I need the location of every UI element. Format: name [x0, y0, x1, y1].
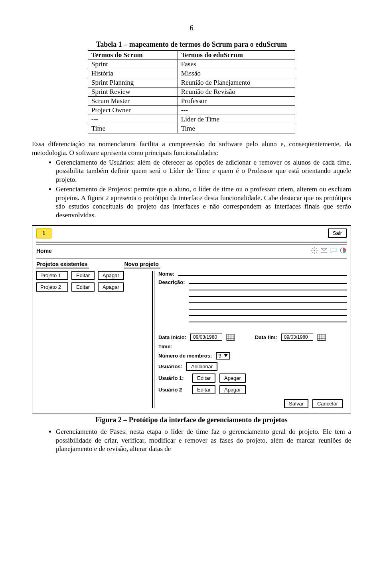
- edit-project-button[interactable]: Editar: [71, 282, 95, 292]
- mail-icon[interactable]: [320, 247, 328, 255]
- calendar-icon[interactable]: [226, 334, 235, 341]
- usuarios-label: Usuários:: [158, 364, 182, 369]
- descricao-input[interactable]: [189, 279, 347, 324]
- cell: Scrum Master: [88, 97, 178, 106]
- cell: Time: [178, 124, 295, 133]
- left-section-title: Projetos existentes: [36, 261, 89, 268]
- delete-project-button[interactable]: Apagar: [98, 282, 124, 292]
- save-button[interactable]: Salvar: [284, 399, 308, 408]
- svg-rect-11: [227, 334, 235, 341]
- sair-button[interactable]: Sair: [328, 228, 347, 238]
- gear-icon[interactable]: [311, 247, 318, 255]
- bullet-fases: Gerenciamento de Fases: nesta etapa o lí…: [56, 427, 351, 453]
- cell: Project Owner: [88, 106, 178, 115]
- num-membros-value: 3: [218, 353, 221, 359]
- delete-project-button[interactable]: Apagar: [98, 271, 124, 280]
- chevron-down-icon: [224, 354, 228, 357]
- cell: ---: [178, 106, 295, 115]
- page-number: 6: [32, 24, 351, 32]
- num-membros-label: Número de membros:: [158, 353, 212, 359]
- cell: ---: [88, 115, 178, 124]
- cell: Líder de Time: [178, 115, 295, 124]
- user-label: Usuário 1:: [158, 375, 188, 381]
- th-eduscrum: Termos do eduScrum: [178, 51, 295, 60]
- svg-point-0: [314, 250, 316, 252]
- chart-icon[interactable]: [340, 247, 347, 255]
- nome-label: Nome:: [158, 271, 174, 277]
- cell: Professor: [178, 97, 295, 106]
- data-fim-label: Data fim:: [255, 334, 277, 340]
- project-name: Projeto 2: [36, 282, 68, 292]
- cell: Sprint: [88, 60, 178, 69]
- descricao-label: Descrição:: [158, 279, 185, 285]
- cell: Sprint Review: [88, 87, 178, 97]
- cancel-button[interactable]: Cancelar: [312, 399, 343, 408]
- edit-project-button[interactable]: Editar: [71, 271, 95, 280]
- cell: Time: [88, 124, 178, 133]
- svg-line-6: [316, 252, 317, 253]
- data-inicio-input[interactable]: 09/03/1980: [190, 334, 222, 341]
- right-section-title: Novo projeto: [124, 261, 160, 268]
- calendar-icon[interactable]: [317, 334, 326, 341]
- intro-paragraph: Essa diferenciação na nomenclatura facil…: [32, 140, 351, 157]
- th-scrum: Termos do Scrum: [88, 51, 178, 60]
- add-user-button[interactable]: Adicionar: [186, 362, 217, 371]
- svg-rect-17: [318, 334, 326, 341]
- bullet-usuarios: Gerenciamento de Usuários: além de ofere…: [56, 158, 351, 184]
- project-name: Projeto 1: [36, 271, 68, 280]
- bullet-projetos: Gerenciamento de Projetos: permite que o…: [56, 185, 351, 220]
- table-caption: Tabela 1 – mapeamento de termos do Scrum…: [32, 40, 351, 49]
- delete-user-button[interactable]: Apagar: [219, 385, 246, 394]
- edit-user-button[interactable]: Editar: [192, 385, 215, 394]
- cell: Reunião de Revisão: [178, 87, 295, 97]
- cell: Sprint Planning: [88, 78, 178, 87]
- nome-input[interactable]: [178, 271, 347, 276]
- cell: Fases: [178, 60, 295, 69]
- svg-line-7: [312, 252, 313, 253]
- page-badge: 1: [36, 228, 51, 238]
- user-label: Usuário 2: [158, 387, 188, 393]
- terms-table: Termos do Scrum Termos do eduScrum Sprin…: [88, 50, 295, 133]
- svg-line-5: [312, 248, 313, 249]
- figure-caption: Figura 2 – Protótipo da interface de ger…: [32, 416, 351, 424]
- figure-prototype: 1 Sair Home: [32, 225, 351, 424]
- cell: Missão: [178, 69, 295, 78]
- chat-icon[interactable]: [330, 247, 337, 255]
- home-label[interactable]: Home: [36, 248, 52, 254]
- cell: Reunião de Planejamento: [178, 78, 295, 87]
- edit-user-button[interactable]: Editar: [192, 373, 215, 383]
- delete-user-button[interactable]: Apagar: [219, 373, 246, 383]
- num-membros-select[interactable]: 3: [216, 352, 230, 360]
- time-label: Time:: [158, 344, 172, 350]
- svg-line-8: [316, 248, 317, 249]
- data-inicio-label: Data inicio:: [158, 334, 186, 340]
- data-fim-input[interactable]: 09/03/1980: [281, 334, 313, 341]
- cell: História: [88, 69, 178, 78]
